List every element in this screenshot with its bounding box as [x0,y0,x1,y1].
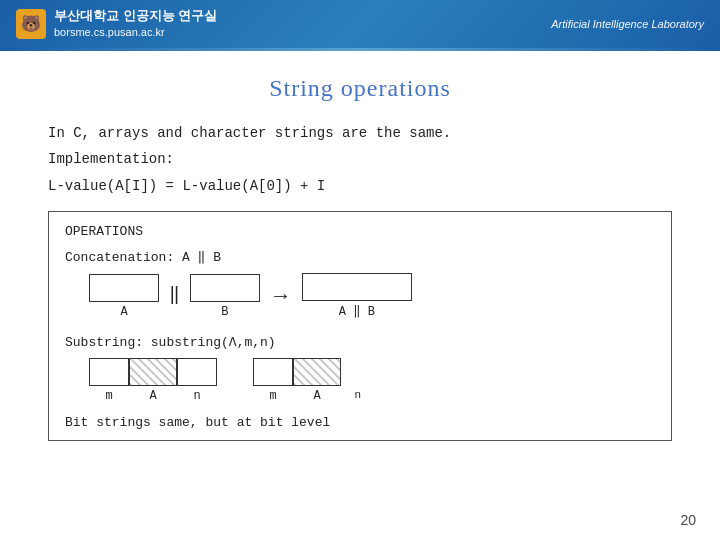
concat-diagram: A ‖ B → A ‖ B [89,273,655,319]
substr-left-boxes [89,358,217,386]
concat-box-b: B [190,274,260,319]
substr-label-m: m [89,389,129,403]
substr-right-labels: m A n [253,389,341,403]
rect-result [302,273,412,301]
ops-label: OPERATIONS [65,224,655,239]
logo-main-text: 부산대학교 인공지능 연구실 [54,7,217,25]
substring-title: Substring: substring(Λ,m,n) [65,335,655,350]
page-title: String operations [48,75,672,102]
substr-label-a: A [129,389,177,403]
header: 🐻 부산대학교 인공지능 연구실 borsme.cs.pusan.ac.kr A… [0,0,720,48]
text-line-2: Implementation: [48,148,672,170]
bit-strings: Bit strings same, but at bit level [65,415,655,430]
concat-title: Concatenation: A ‖ B [65,249,655,265]
substr-left-labels: m A n [89,389,217,403]
concat-box-result: A ‖ B [302,273,412,319]
substr-right-label-a: A n [293,389,341,403]
logo-icon: 🐻 [16,9,46,39]
substr-right-plain1 [253,358,293,386]
substr-left-plain2 [177,358,217,386]
substr-right: m A n [253,358,341,403]
substring-diagram: m A n m A n [89,358,655,403]
substr-right-boxes [253,358,341,386]
label-a: A [120,305,127,319]
substr-left: m A n [89,358,217,403]
rect-b [190,274,260,302]
substr-right-label-m: m [253,389,293,403]
concat-section: Concatenation: A ‖ B A ‖ B → A ‖ B [65,249,655,319]
substring-section: Substring: substring(Λ,m,n) m A n [65,335,655,403]
page-number: 20 [680,512,696,528]
substr-right-label-n: n [354,389,361,401]
main-content: String operations In C, arrays and chara… [0,51,720,457]
label-result: A ‖ B [339,304,375,319]
logo-text: 부산대학교 인공지능 연구실 borsme.cs.pusan.ac.kr [54,7,217,41]
text-line-3: L-value(A[I]) = L-value(A[0]) + I [48,175,672,197]
label-b: B [221,305,228,319]
logo: 🐻 부산대학교 인공지능 연구실 borsme.cs.pusan.ac.kr [16,7,217,41]
substr-right-hatched [293,358,341,386]
concat-box-a: A [89,274,159,319]
op-symbol: ‖ [169,283,180,305]
substr-label-n: n [177,389,217,403]
rect-a [89,274,159,302]
operations-box: OPERATIONS Concatenation: A ‖ B A ‖ B → … [48,211,672,441]
logo-sub-text: borsme.cs.pusan.ac.kr [54,25,217,40]
text-line-1: In C, arrays and character strings are t… [48,122,672,144]
lab-title: Artificial Intelligence Laboratory [551,18,704,30]
substr-left-plain1 [89,358,129,386]
substr-left-hatched [129,358,177,386]
arrow-icon: → [270,283,292,309]
